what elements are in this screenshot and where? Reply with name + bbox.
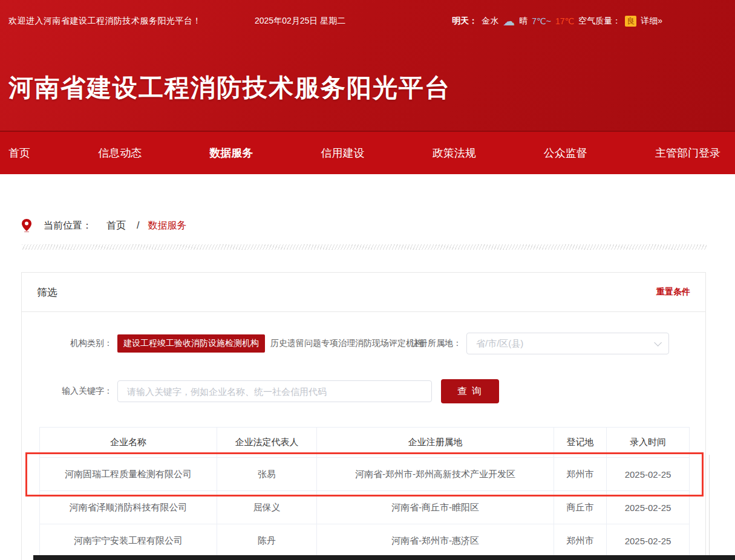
cell-name: 河南省泽顺消防科技有限公司 [40, 491, 217, 524]
cell-region: 河南省-郑州市-惠济区 [317, 524, 554, 558]
table-row: 河南宇宁安装工程有限公司陈丹河南省-郑州市-惠济区郑州市2025-02-25 [40, 524, 690, 558]
nav-item-1[interactable]: 信息动态 [98, 146, 142, 160]
cell-date: 2025-02-25 [607, 458, 690, 491]
region-label: 注册所属地： [410, 338, 462, 349]
air-quality-badge: 良 [625, 16, 636, 27]
weather-condition: 晴 [519, 16, 528, 27]
nav-item-4[interactable]: 政策法规 [433, 146, 476, 160]
search-button[interactable]: 查 询 [441, 379, 499, 403]
site-header: 欢迎进入河南省建设工程消防技术服务阳光平台！ 2025年02月25日 星期二 明… [0, 0, 735, 131]
chevron-down-icon [654, 339, 662, 347]
welcome-text: 欢迎进入河南省建设工程消防技术服务阳光平台！ [8, 16, 201, 27]
cell-region: 河南省-郑州市-郑州高新技术产业开发区 [317, 458, 554, 491]
cell-legal: 陈丹 [217, 524, 317, 558]
cell-reg_city: 商丘市 [554, 491, 607, 524]
table-header-row: 企业名称企业法定代表人企业注册属地登记地录入时间 [40, 428, 690, 458]
right-edge-line [709, 455, 710, 560]
nav-item-6[interactable]: 主管部门登录 [655, 146, 720, 160]
category-filter-row: 机构类别： 建设工程竣工验收消防设施检测机构 历史遗留问题专项治理消防现场评定机… [34, 333, 423, 354]
page-title: 河南省建设工程消防技术服务阳光平台 [8, 71, 451, 105]
breadcrumb: 当前位置： 首页 / 数据服务 [22, 219, 186, 232]
nav-item-2[interactable]: 数据服务 [209, 146, 253, 160]
location-pin-icon [22, 219, 31, 232]
column-header: 录入时间 [607, 428, 690, 458]
cloud-icon: ☁ [503, 15, 515, 27]
cell-region: 河南省-商丘市-睢阳区 [317, 491, 554, 524]
nav-item-0[interactable]: 首页 [8, 146, 30, 160]
cell-reg_city: 郑州市 [554, 458, 607, 491]
breadcrumb-label: 当前位置： [44, 220, 92, 232]
column-header: 企业注册属地 [317, 428, 554, 458]
footer-band [33, 555, 735, 560]
keyword-label: 输入关键字： [34, 386, 113, 397]
cell-legal: 屈保义 [217, 491, 317, 524]
region-select-placeholder: 省/市/区(县) [476, 338, 654, 350]
temp-low: 7℃~ [532, 16, 551, 26]
nav-item-3[interactable]: 信用建设 [321, 146, 364, 160]
page: 欢迎进入河南省建设工程消防技术服务阳光平台！ 2025年02月25日 星期二 明… [0, 0, 735, 560]
region-filter-group: 注册所属地： 省/市/区(县) [410, 333, 669, 354]
cell-reg_city: 郑州市 [554, 524, 607, 558]
temp-high: 17℃ [555, 16, 574, 26]
filter-title: 筛选 [37, 285, 57, 299]
cell-name: 河南宇宁安装工程有限公司 [40, 524, 217, 558]
date-text: 2025年02月25日 星期二 [255, 16, 345, 27]
cell-date: 2025-02-25 [607, 491, 690, 524]
table-row: 河南固瑞工程质量检测有限公司张易河南省-郑州市-郑州高新技术产业开发区郑州市20… [40, 458, 690, 491]
cell-legal: 张易 [217, 458, 317, 491]
reset-filters-link[interactable]: 重置条件 [656, 287, 690, 298]
main-nav: 首页信息动态数据服务信用建设政策法规公众监督主管部门登录 [0, 131, 735, 174]
weather-city: 金水 [482, 16, 498, 27]
table-row: 河南省泽顺消防科技有限公司屈保义河南省-商丘市-睢阳区商丘市2025-02-25 [40, 491, 690, 524]
topbar: 欢迎进入河南省建设工程消防技术服务阳光平台！ 2025年02月25日 星期二 明… [8, 13, 723, 29]
breadcrumb-home-link[interactable]: 首页 [106, 220, 126, 232]
column-header: 企业法定代表人 [217, 428, 317, 458]
keyword-filter-row: 输入关键字： 查 询 [34, 379, 499, 403]
tomorrow-label: 明天： [452, 16, 477, 27]
weather-widget: 明天： 金水 ☁ 晴 7℃~ 17℃ 空气质量： 良 详细» [452, 13, 662, 29]
category-label: 机构类别： [34, 338, 113, 349]
air-quality-label: 空气质量： [578, 16, 621, 27]
weather-detail-link[interactable]: 详细» [641, 16, 662, 27]
breadcrumb-separator: / [137, 220, 139, 231]
cell-name: 河南固瑞工程质量检测有限公司 [40, 458, 217, 491]
category-option-unselected[interactable]: 历史遗留问题专项治理消防现场评定机构 [270, 338, 423, 349]
column-header: 登记地 [554, 428, 607, 458]
column-header: 企业名称 [40, 428, 217, 458]
region-select[interactable]: 省/市/区(县) [466, 333, 669, 354]
keyword-input[interactable] [117, 380, 432, 402]
filter-panel-header: 筛选 重置条件 [22, 273, 705, 312]
cell-date: 2025-02-25 [607, 524, 690, 558]
nav-item-5[interactable]: 公众监督 [544, 146, 587, 160]
slash-divider [22, 244, 707, 250]
results-table: 企业名称企业法定代表人企业注册属地登记地录入时间 河南固瑞工程质量检测有限公司张… [39, 427, 690, 558]
category-option-selected[interactable]: 建设工程竣工验收消防设施检测机构 [117, 334, 265, 353]
breadcrumb-current-link[interactable]: 数据服务 [148, 220, 186, 232]
